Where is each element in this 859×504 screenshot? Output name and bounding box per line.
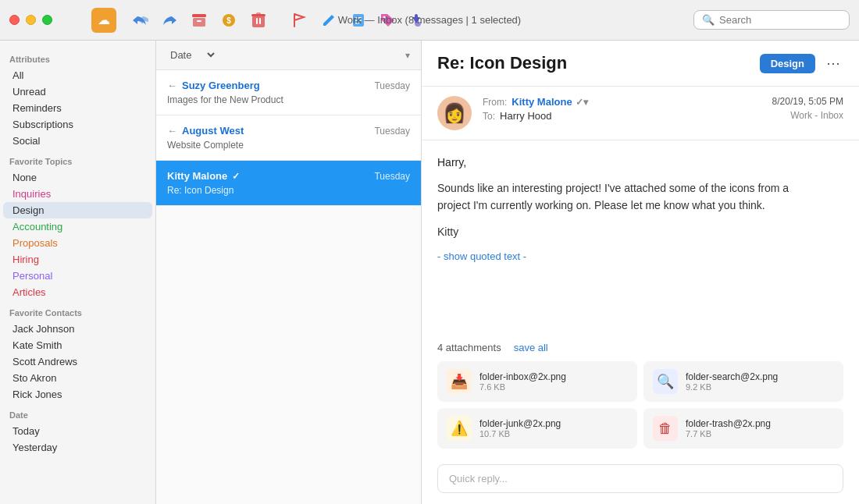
favorite-contacts-section-title: Favorite Contacts bbox=[0, 300, 155, 321]
sidebar-item-all[interactable]: All bbox=[3, 67, 152, 83]
sidebar-item-proposals[interactable]: Proposals bbox=[3, 235, 152, 251]
sidebar-item-unread[interactable]: Unread bbox=[3, 83, 152, 100]
message-item-header: Kitty Malone ✓ Tuesday bbox=[167, 170, 410, 182]
sidebar-item-yesterday[interactable]: Yesterday bbox=[3, 439, 152, 456]
detail-header-right: Design ⋯ bbox=[760, 51, 843, 75]
cloud-icon[interactable]: ☁ bbox=[91, 8, 116, 33]
sidebar-item-sto-akron[interactable]: Sto Akron bbox=[3, 370, 152, 386]
sidebar-item-personal[interactable]: Personal bbox=[3, 268, 152, 284]
attachment-info: folder-search@2x.png 9.2 KB bbox=[686, 371, 834, 392]
message-item[interactable]: ← August West Tuesday Website Complete bbox=[156, 115, 421, 161]
message-item-header: ← August West Tuesday bbox=[167, 125, 410, 137]
email-date: 8/20/19, 5:05 PM bbox=[772, 96, 843, 107]
attachment-info: folder-junk@2x.png 10.7 KB bbox=[479, 418, 628, 438]
window-title: Work — Inbox (8 messages | 1 selected) bbox=[338, 14, 521, 26]
title-bar: ☁ $ bbox=[0, 0, 859, 41]
email-meta-right: 8/20/19, 5:05 PM Work - Inbox bbox=[772, 96, 843, 121]
email-greeting: Harry, bbox=[437, 156, 843, 169]
email-subject: Re: Icon Design bbox=[437, 53, 567, 73]
svg-rect-5 bbox=[252, 16, 265, 27]
attachments-grid: 📥 folder-inbox@2x.png 7.6 KB 🔍 folder-se… bbox=[437, 361, 843, 449]
sidebar-item-jack-johnson[interactable]: Jack Johnson bbox=[3, 321, 152, 337]
attachment-item[interactable]: 🔍 folder-search@2x.png 9.2 KB bbox=[643, 361, 843, 402]
reply-arrow-icon: ← bbox=[167, 80, 177, 91]
message-sender: Kitty Malone ✓ bbox=[167, 170, 240, 182]
attachment-name: folder-trash@2x.png bbox=[686, 418, 834, 429]
date-section-title: Date bbox=[0, 403, 155, 423]
message-sender: ← Suzy Greenberg bbox=[167, 80, 260, 91]
svg-rect-7 bbox=[256, 12, 261, 15]
delete-button[interactable] bbox=[246, 8, 271, 33]
detail-pane: Re: Icon Design Design ⋯ 👩 From: Kitty M… bbox=[422, 41, 859, 504]
save-all-button[interactable]: save all bbox=[514, 342, 548, 353]
folder-inbox-icon: 📥 bbox=[447, 369, 472, 394]
attachment-item[interactable]: 📥 folder-inbox@2x.png 7.6 KB bbox=[437, 361, 637, 402]
sidebar-item-today[interactable]: Today bbox=[3, 423, 152, 439]
attachment-size: 9.2 KB bbox=[686, 382, 834, 392]
attachment-name: folder-junk@2x.png bbox=[479, 418, 628, 429]
attachment-info: folder-inbox@2x.png 7.6 KB bbox=[479, 371, 628, 392]
attachment-size: 7.6 KB bbox=[479, 382, 628, 392]
sidebar-item-social[interactable]: Social bbox=[3, 133, 152, 149]
archive-button[interactable] bbox=[187, 8, 212, 33]
flag-button[interactable] bbox=[287, 8, 312, 33]
main-layout: Attributes All Unread Reminders Subscrip… bbox=[0, 41, 859, 504]
sidebar-item-articles[interactable]: Articles bbox=[3, 284, 152, 300]
quick-reply-box[interactable]: Quick reply... bbox=[437, 464, 843, 493]
sidebar-item-inquiries[interactable]: Inquiries bbox=[3, 186, 152, 202]
sidebar-item-none[interactable]: None bbox=[3, 169, 152, 186]
attachment-size: 10.7 KB bbox=[479, 429, 628, 438]
label-button[interactable]: $ bbox=[216, 8, 241, 33]
attachment-info: folder-trash@2x.png 7.7 KB bbox=[686, 418, 834, 438]
sidebar-item-scott-andrews[interactable]: Scott Andrews bbox=[3, 353, 152, 370]
to-name: Harry Hood bbox=[500, 110, 551, 122]
show-quoted-link[interactable]: - show quoted text - bbox=[437, 250, 526, 262]
sender-avatar: 👩 bbox=[437, 96, 472, 130]
chevron-down-icon: ▾ bbox=[405, 50, 410, 61]
attachment-item[interactable]: ⚠️ folder-junk@2x.png 10.7 KB bbox=[437, 408, 637, 449]
svg-rect-2 bbox=[197, 20, 201, 22]
sidebar-item-hiring[interactable]: Hiring bbox=[3, 251, 152, 268]
sidebar-item-accounting[interactable]: Accounting bbox=[3, 218, 152, 235]
detail-header: Re: Icon Design Design ⋯ bbox=[422, 41, 859, 87]
sort-select[interactable]: Date Sender Subject bbox=[167, 48, 217, 62]
to-label: To: bbox=[483, 111, 495, 122]
from-row: From: Kitty Malone ✓▾ bbox=[483, 96, 761, 108]
message-preview: Images for the New Product bbox=[167, 94, 410, 105]
message-item-header: ← Suzy Greenberg Tuesday bbox=[167, 80, 410, 91]
design-tag-badge[interactable]: Design bbox=[760, 54, 815, 73]
message-list-header: Date Sender Subject ▾ bbox=[156, 41, 421, 70]
from-label: From: bbox=[483, 97, 507, 108]
quick-reply-area[interactable]: Quick reply... bbox=[422, 456, 859, 504]
forward-button[interactable] bbox=[157, 8, 182, 33]
search-bar[interactable]: 🔍 bbox=[693, 10, 850, 30]
message-item[interactable]: ← Suzy Greenberg Tuesday Images for the … bbox=[156, 70, 421, 115]
email-meta-info: From: Kitty Malone ✓▾ To: Harry Hood bbox=[483, 96, 761, 122]
svg-rect-1 bbox=[193, 18, 205, 27]
message-item[interactable]: Kitty Malone ✓ Tuesday Re: Icon Design bbox=[156, 161, 421, 206]
close-button[interactable] bbox=[9, 15, 20, 25]
attachment-item[interactable]: 🗑 folder-trash@2x.png 7.7 KB bbox=[643, 408, 843, 449]
message-preview: Website Complete bbox=[167, 140, 410, 151]
sidebar-item-kate-smith[interactable]: Kate Smith bbox=[3, 337, 152, 353]
reply-all-button[interactable] bbox=[127, 8, 152, 33]
attachments-count: 4 attachments bbox=[437, 342, 501, 353]
to-row: To: Harry Hood bbox=[483, 110, 761, 122]
folder-junk-icon: ⚠️ bbox=[447, 416, 472, 441]
minimize-button[interactable] bbox=[26, 15, 36, 25]
message-preview: Re: Icon Design bbox=[167, 185, 410, 196]
message-date: Tuesday bbox=[374, 171, 410, 182]
sidebar-item-reminders[interactable]: Reminders bbox=[3, 100, 152, 116]
attachments-section: 4 attachments save all 📥 folder-inbox@2x… bbox=[422, 334, 859, 456]
favorite-topics-section-title: Favorite Topics bbox=[0, 149, 155, 169]
search-input[interactable] bbox=[719, 14, 841, 26]
sidebar-item-rick-jones[interactable]: Rick Jones bbox=[3, 386, 152, 403]
sidebar-item-subscriptions[interactable]: Subscriptions bbox=[3, 116, 152, 133]
more-options-button[interactable]: ⋯ bbox=[823, 51, 843, 75]
message-date: Tuesday bbox=[374, 126, 410, 137]
svg-rect-0 bbox=[192, 14, 206, 17]
maximize-button[interactable] bbox=[42, 15, 52, 25]
attachment-size: 7.7 KB bbox=[686, 429, 834, 438]
attributes-section-title: Attributes bbox=[0, 47, 155, 67]
sidebar-item-design[interactable]: Design bbox=[3, 202, 152, 218]
